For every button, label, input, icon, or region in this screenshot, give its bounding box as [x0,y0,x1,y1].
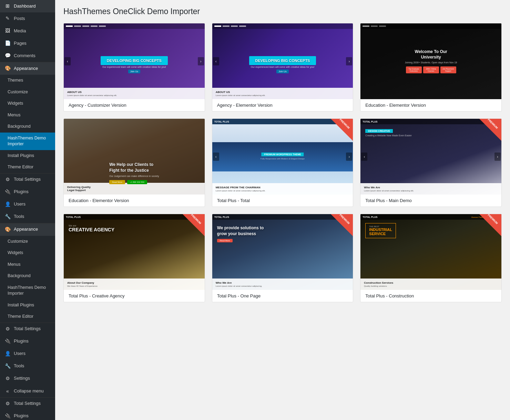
demo-card-one-page[interactable]: TOTAL PLUS We provide solutions togrow y… [212,214,354,302]
sidebar-item-comments[interactable]: 💬 Comments [0,50,55,62]
sidebar-item-widgets[interactable]: Widgets [0,98,55,109]
sidebar-item-background[interactable]: Background [0,121,55,133]
plugins-icon: 🔌 [4,189,11,196]
hero-bar: DESIGN CREATIVE [365,129,393,133]
edu-cards: Top GraduateInstructors 1000+ OnlineCour… [406,66,456,73]
sidebar-label: Menus [8,262,51,268]
plugins2-icon: 🔌 [4,338,11,345]
demo-card-agency-elementor[interactable]: DEVELOPING BIG CONCEPTS Our experienced … [212,23,354,112]
demo-label: Agency - Elementor Version [212,99,353,111]
sidebar-item-theme-editor[interactable]: Theme Editor [0,161,55,173]
sidebar-section-3: ⚙ Total Settings 🔌 Plugins 👤 Users 🔧 Too… [0,174,55,223]
brand-label: TOTAL PLUS [214,120,229,123]
next-arrow[interactable]: › [494,153,501,161]
nav-dot [91,25,98,27]
sidebar-item-media[interactable]: 🖼 Media [0,25,55,37]
hero-text: DEVELOPING BIG CONCEPTS [104,57,164,64]
bottom-text: Lorem ipsum dolor sit amet consectetur a… [67,94,201,96]
sidebar-label: Install Plugins [8,302,51,308]
sidebar-item-plugins-3[interactable]: 🔌 Plugins [0,410,55,420]
demo-card-agency-customizer[interactable]: DEVELOPING BIG CONCEPTS Our experienced … [63,23,205,112]
sidebar-item-total-settings-1[interactable]: ⚙ Total Settings [0,174,55,186]
demo-card-creative-agency[interactable]: TOTAL PLUS We are CREATIVE AGENCY About … [63,214,205,302]
sidebar-collapse-menu[interactable]: « Collapse menu [0,385,55,397]
sidebar-item-tools-1[interactable]: 🔧 Tools [0,211,55,223]
thumb-bottom: ABOUT US Lorem ipsum dolor sit amet cons… [212,88,353,99]
settings4-icon: ⚙ [4,400,11,407]
demo-grid: DEVELOPING BIG CONCEPTS Our experienced … [63,23,502,302]
prev-arrow[interactable]: ‹ [361,153,367,161]
sidebar-item-background2[interactable]: Background [0,270,55,282]
sidebar-item-total-settings-2[interactable]: ⚙ Total Settings [0,323,55,335]
prev-arrow[interactable]: ‹ [213,57,219,65]
nav-dot [82,25,89,27]
sidebar-item-settings[interactable]: ⚙ Settings [0,372,55,385]
sidebar-label: Total Settings [14,400,51,407]
demo-label: Total Plus - Main Demo [360,195,501,207]
demo-label: Education - Elementor Version [64,195,205,207]
prev-arrow[interactable]: ‹ [213,153,219,161]
sidebar-label: Dashboard [14,3,51,9]
sidebar-item-total-settings-3[interactable]: ⚙ Total Settings [0,398,55,410]
demo-label: Total Plus - Construction [360,290,501,302]
sidebar-label: Themes [8,77,51,84]
next-arrow[interactable]: › [198,57,204,65]
sidebar-item-install-plugins2[interactable]: Install Plugins [0,300,55,311]
sidebar-item-widgets2[interactable]: Widgets [0,247,55,259]
sidebar-item-theme-editor2[interactable]: Theme Editor [0,311,55,323]
sidebar-item-hashthemes-demo[interactable]: HashThemes Demo Importer [0,133,55,150]
sidebar-label: Tools [14,363,51,369]
sidebar-item-hashthemes2[interactable]: HashThemes Demo Importer [0,282,55,300]
sidebar-item-users-2[interactable]: 👤 Users [0,348,55,360]
sidebar-item-install-plugins[interactable]: Install Plugins [0,150,55,162]
hero-text: DEVELOPING BIG CONCEPTS [253,57,313,64]
sidebar-item-customize[interactable]: Customize [0,86,55,98]
sidebar-item-menus[interactable]: Menus [0,109,55,121]
sidebar-item-users-1[interactable]: 👤 Users [0,198,55,211]
sidebar-label: Tools [14,213,51,220]
edu-card: Top GraduateInstructors [406,66,422,73]
sidebar-item-tools-2[interactable]: 🔧 Tools [0,360,55,372]
demo-card-education[interactable]: Welcome To OurUniversity Joining 2000+ S… [360,23,502,112]
brand-label: TOTAL PLUS [214,216,229,218]
collapse-icon: « [4,388,11,395]
demo-card-totalplus-total[interactable]: TOTAL PLUS PREMIUM WORDPRESS THEME Fully… [212,118,354,207]
sidebar-label: Appearance [14,65,51,72]
sidebar-item-themes[interactable]: Themes [0,75,55,86]
nav-dot [99,25,106,27]
prev-arrow[interactable]: ‹ [64,57,71,65]
demo-card-construction[interactable]: TOTAL PLUS Avesso Park ☎ 123-456-7890 TH… [360,214,502,302]
nav-dot [66,25,73,27]
nav-dot [214,25,221,27]
demo-card-law[interactable]: We Help our Clients toFight for the Just… [63,118,205,207]
sidebar-label: Widgets [8,250,51,256]
sidebar-item-plugins-1[interactable]: 🔌 Plugins [0,186,55,198]
sidebar-label: HashThemes Demo Importer [8,285,51,297]
sidebar-item-posts[interactable]: ✎ Posts [0,12,55,25]
nav-dot [239,25,246,27]
sidebar-item-plugins-2[interactable]: 🔌 Plugins [0,335,55,348]
sidebar-item-customize2[interactable]: Customize [0,236,55,248]
users-icon: 👤 [4,201,11,208]
settings-icon: ⚙ [4,176,11,183]
thumb-bottom: Who We Are Lorem ipsum dolor sit amet co… [212,279,353,290]
bottom-title: About Our Company [67,281,201,284]
law-sub: Our Judgement can make difference in soc… [109,175,159,177]
sidebar-label: Plugins [14,189,51,195]
sidebar-label: Background [8,124,51,130]
sidebar-item-appearance2[interactable]: 🎨 Appearance [0,223,55,236]
demo-card-totalplus-main[interactable]: TOTAL PLUS DESIGN CREATIVE Creating a We… [360,118,502,207]
sidebar-item-appearance[interactable]: 🎨 Appearance [0,62,55,75]
sidebar-label: Install Plugins [8,153,51,159]
sidebar-label: HashThemes Demo Importer [8,135,51,147]
sidebar-item-pages[interactable]: 📄 Pages [0,37,55,50]
thumb-bottom: ABOUT US Lorem ipsum dolor sit amet cons… [64,88,205,99]
sidebar-item-dashboard[interactable]: ⊞ Dashboard [0,0,55,12]
hero-text: CREATIVE AGENCY [69,227,200,232]
thumb-bottom: MESSAGE FROM THE CHAIRMAN Lorem ipsum do… [212,183,353,195]
next-arrow[interactable]: › [346,153,352,161]
demo-thumb: Welcome To OurUniversity Joining 2000+ S… [360,23,501,99]
next-arrow[interactable]: › [346,57,352,65]
sidebar-item-menus2[interactable]: Menus [0,259,55,271]
hero-sub: Our experienced team will come with crea… [251,66,315,68]
